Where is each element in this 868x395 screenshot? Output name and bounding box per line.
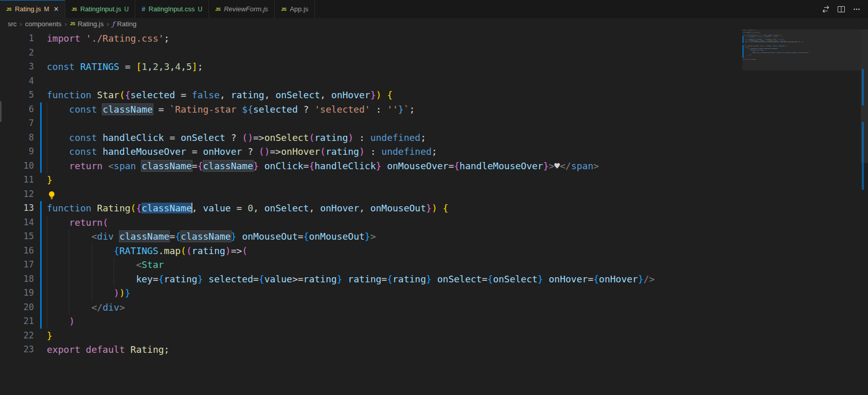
tab-App.js[interactable]: JSApp.js (275, 0, 315, 18)
gutter-decoration (34, 102, 47, 117)
js-file-icon: JS (6, 7, 11, 12)
minimap[interactable]: import './Rating.css';const RATINGS = [1… (742, 29, 861, 70)
line-number[interactable]: 6 (0, 102, 34, 117)
css-file-icon: # (141, 5, 145, 13)
code-line[interactable]: 9 const handleMouseOver = onHover ? ()=>… (0, 145, 868, 159)
line-number[interactable]: 19 (0, 286, 34, 300)
code-content: function Star({selected = false, rating,… (47, 88, 868, 102)
line-number[interactable]: 9 (0, 145, 34, 159)
line-number[interactable]: 15 (0, 229, 34, 244)
line-number[interactable]: 3 (0, 60, 34, 74)
indent-guide (47, 216, 47, 230)
code-line[interactable]: 12 (0, 187, 868, 202)
line-number[interactable]: 20 (0, 300, 34, 315)
line-number[interactable]: 17 (0, 258, 34, 272)
tab-Rating.js[interactable]: JSRating.jsM× (0, 0, 65, 18)
code-line[interactable]: 15 <div className={className} onMouseOut… (0, 229, 868, 244)
breadcrumb-separator: › (65, 20, 67, 28)
tab-ReviewForm.js[interactable]: JSReviewForm.js (209, 0, 275, 18)
overview-ruler-modified-mark (862, 69, 864, 105)
code-content: function Rating({className, value = 0, o… (47, 201, 868, 216)
indent-guide (47, 300, 47, 315)
code-line[interactable]: 3const RATINGS = [1,2,3,4,5]; (0, 60, 868, 74)
editor[interactable]: 1import './Rating.css';23const RATINGS =… (0, 29, 868, 395)
git-modified-indicator (40, 201, 42, 216)
gutter-decoration (34, 187, 47, 202)
line-number[interactable]: 12 (0, 187, 34, 202)
tab-RatingInput.css[interactable]: #RatingInput.cssU (135, 0, 209, 18)
code-line[interactable]: 4 (0, 74, 868, 88)
line-number[interactable]: 8 (0, 131, 34, 145)
code-line[interactable]: 10 return <span className={className} on… (0, 159, 868, 173)
code-line[interactable]: 14 return( (0, 216, 868, 230)
line-number[interactable]: 22 (0, 329, 34, 343)
line-number[interactable]: 5 (0, 88, 34, 102)
line-number[interactable]: 1 (0, 31, 34, 46)
gutter-decoration (34, 31, 47, 46)
code-content: export default Rating; (47, 343, 868, 357)
code-line[interactable]: 16 {RATINGS.map((rating)=>( (0, 244, 868, 258)
code-line[interactable]: 5function Star({selected = false, rating… (0, 88, 868, 102)
line-number[interactable]: 23 (0, 343, 34, 357)
code-line[interactable]: 1import './Rating.css'; (0, 31, 868, 46)
code-line[interactable]: 20 </div> (0, 300, 868, 315)
tab-label: App.js (290, 5, 308, 13)
git-modified-indicator (40, 131, 42, 145)
breadcrumb-item-components[interactable]: components (25, 20, 62, 28)
code-line[interactable]: 21 ) (0, 314, 868, 329)
code-line[interactable]: 23export default Rating; (0, 343, 868, 357)
code-line[interactable]: 11} (0, 173, 868, 187)
gutter-decoration (34, 46, 47, 60)
indent-guide (47, 102, 47, 117)
breadcrumb-item-src[interactable]: src (8, 20, 16, 28)
code-line[interactable]: 6 const className = `Rating-star ${selec… (0, 102, 868, 117)
code-content: ) (47, 314, 868, 329)
gutter-decoration (34, 145, 47, 159)
code-line[interactable]: 2 (0, 46, 868, 60)
line-number[interactable]: 11 (0, 173, 34, 187)
code-line[interactable]: 18 key={rating} selected={value>=rating}… (0, 272, 868, 286)
tab-RatingInput.js[interactable]: JSRatingInput.jsU (65, 0, 135, 18)
line-number[interactable]: 10 (0, 159, 34, 173)
line-number[interactable]: 7 (0, 116, 34, 131)
code-line[interactable]: 19 ))} (0, 286, 868, 300)
code-line[interactable]: 22} (0, 329, 868, 343)
breadcrumb-label: Rating (117, 20, 137, 28)
indent-guide (47, 131, 47, 145)
code-content: {RATINGS.map((rating)=>( (47, 244, 868, 258)
gutter-decoration (34, 173, 47, 187)
tab-label: ReviewForm.js (224, 5, 268, 13)
lightbulb-icon[interactable] (47, 189, 56, 198)
code-content: const handleClick = onSelect ? ()=>onSel… (47, 131, 868, 145)
js-file-icon: JS (215, 7, 220, 12)
line-number[interactable]: 16 (0, 244, 34, 258)
js-file-icon: JS (72, 7, 77, 12)
split-editor-icon[interactable] (835, 3, 847, 15)
code-content: <div className={className} onMouseOut={o… (47, 229, 868, 244)
open-changes-icon[interactable] (820, 3, 832, 15)
code-line[interactable]: 17 <Star (0, 258, 868, 272)
breadcrumb-item-Rating.js[interactable]: JSRating.js (70, 20, 104, 28)
line-number[interactable]: 4 (0, 74, 34, 88)
indent-guide (69, 258, 69, 272)
code-line[interactable]: 8 const handleClick = onSelect ? ()=>onS… (0, 131, 868, 145)
code-line[interactable]: 7 (0, 116, 868, 131)
overview-ruler-modified-mark (862, 122, 864, 190)
code-content: } (47, 329, 868, 343)
gutter-decoration (34, 258, 47, 272)
gutter-decoration (34, 300, 47, 315)
scrollbar[interactable] (861, 29, 868, 395)
code-line[interactable]: 13function Rating({className, value = 0,… (0, 201, 868, 216)
line-number[interactable]: 21 (0, 314, 34, 329)
git-modified-indicator (40, 229, 42, 244)
more-actions-icon[interactable] (851, 3, 863, 15)
code-content: <Star (47, 258, 868, 272)
close-tab-icon[interactable]: × (54, 5, 59, 13)
breadcrumb-item-Rating[interactable]: ƒRating (112, 20, 136, 28)
line-number[interactable]: 13 (0, 201, 34, 216)
line-number[interactable]: 14 (0, 216, 34, 230)
gutter-decoration (34, 116, 47, 131)
git-modified-indicator (40, 102, 42, 117)
line-number[interactable]: 18 (0, 272, 34, 286)
line-number[interactable]: 2 (0, 46, 34, 60)
